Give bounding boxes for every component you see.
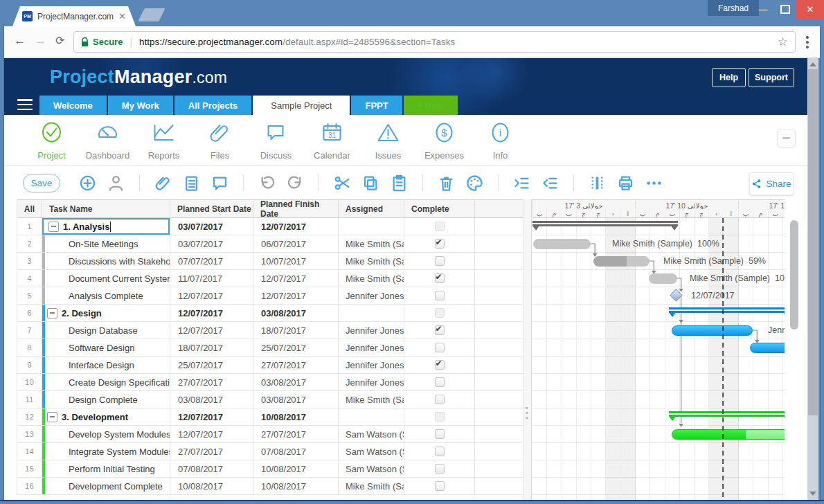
person-icon[interactable] [107, 174, 125, 192]
complete-cell[interactable] [404, 443, 474, 460]
task-bar-green[interactable] [672, 429, 785, 440]
column-header-extra[interactable] [474, 199, 523, 218]
undo-icon[interactable] [258, 174, 276, 192]
task-name-cell[interactable]: Discussions with Stakeholders [42, 253, 170, 270]
nav-tab-my-work[interactable]: My Work [108, 96, 173, 115]
extra-cell[interactable] [474, 339, 523, 357]
extra-cell[interactable] [474, 391, 523, 408]
planned-start-cell[interactable]: 12/07/2017 [170, 408, 253, 426]
address-bar[interactable]: Secure | https://secure.projectmanager.c… [73, 31, 796, 53]
column-header-Task Name[interactable]: Task Name [42, 199, 170, 218]
complete-checkbox[interactable] [435, 222, 445, 231]
ribbon-item-dashboard[interactable]: Dashboard [80, 120, 136, 161]
assigned-cell[interactable]: Mike Smith (Sample) [338, 235, 404, 253]
columns-icon[interactable] [588, 174, 607, 192]
row-number[interactable]: 16 [17, 478, 42, 495]
task-name-cell[interactable]: Design Database [42, 322, 170, 339]
complete-cell[interactable] [404, 253, 474, 270]
grid-gantt-splitter[interactable] [523, 199, 531, 500]
nav-tab-all-projects[interactable]: All Projects [174, 96, 252, 115]
palette-icon[interactable] [465, 174, 484, 192]
extra-cell[interactable] [474, 357, 523, 374]
row-number[interactable]: 15 [17, 460, 42, 478]
collapse-icon[interactable] [47, 412, 57, 422]
planned-start-cell[interactable]: 03/08/2017 [170, 391, 253, 408]
complete-checkbox[interactable] [435, 360, 445, 370]
planned-start-cell[interactable]: 12/07/2017 [170, 305, 253, 322]
complete-cell[interactable] [404, 339, 474, 357]
planned-finish-cell[interactable]: 18/07/2017 [253, 322, 338, 339]
complete-cell[interactable] [404, 357, 474, 374]
app-logo[interactable]: ProjectManager.com [50, 66, 227, 88]
collapse-icon[interactable] [48, 222, 59, 232]
complete-cell[interactable] [404, 478, 474, 495]
help-button[interactable]: Help [712, 68, 746, 87]
notes-icon[interactable] [182, 174, 201, 192]
extra-cell[interactable] [474, 253, 523, 270]
task-name-editor[interactable]: 1. Analysis [42, 218, 170, 235]
assigned-cell[interactable]: Sam Watson (Sample) [338, 443, 404, 460]
planned-start-cell[interactable]: 27/07/2017 [170, 374, 253, 391]
assigned-cell[interactable]: Mike Smith (Sample) [338, 270, 404, 287]
task-bar-gray[interactable] [593, 256, 650, 267]
complete-cell[interactable] [404, 408, 474, 426]
assigned-cell[interactable]: Sam Watson (Sample) [338, 460, 404, 478]
ribbon-item-reports[interactable]: Reports [136, 120, 192, 161]
task-name-cell[interactable]: Develop System Modules [42, 426, 170, 443]
collapse-panel-button[interactable] [777, 129, 796, 147]
column-header-All[interactable]: All [17, 199, 42, 218]
extra-cell[interactable] [474, 305, 523, 322]
planned-start-cell[interactable]: 12/07/2017 [170, 426, 253, 443]
assigned-cell[interactable]: Jennifer Jones [338, 339, 404, 357]
new-tab-button[interactable] [138, 8, 165, 21]
back-icon[interactable]: ← [14, 34, 26, 48]
task-name-cell[interactable]: On-Site Meetings [42, 235, 170, 253]
planned-finish-cell[interactable]: 12/07/2017 [253, 270, 338, 287]
browser-menu-icon[interactable]: ••• [805, 35, 810, 49]
complete-cell[interactable] [404, 287, 474, 305]
row-number[interactable]: 11 [17, 391, 42, 408]
extra-cell[interactable] [474, 460, 523, 478]
complete-cell[interactable] [404, 391, 474, 408]
complete-cell[interactable] [404, 322, 474, 339]
planned-finish-cell[interactable]: 07/08/2017 [253, 443, 338, 460]
extra-cell[interactable] [474, 426, 523, 443]
outdent-icon[interactable] [541, 174, 559, 192]
planned-finish-cell[interactable]: 10/08/2017 [253, 408, 338, 426]
ribbon-item-calendar[interactable]: 31Calendar [304, 120, 360, 161]
complete-cell[interactable] [404, 460, 474, 478]
complete-checkbox[interactable] [435, 464, 445, 474]
task-name-cell[interactable]: Create Design Specifications [42, 374, 170, 391]
ribbon-item-issues[interactable]: Issues [360, 120, 416, 161]
summary-bar-gray[interactable] [532, 221, 678, 226]
task-name-cell[interactable]: 3. Development [42, 408, 170, 426]
planned-start-cell[interactable]: 12/07/2017 [170, 322, 253, 339]
gantt-scrollbar-thumb[interactable] [790, 220, 798, 330]
planned-finish-cell[interactable]: 10/08/2017 [253, 460, 338, 478]
complete-checkbox[interactable] [435, 447, 445, 456]
planned-finish-cell[interactable]: 27/07/2017 [253, 426, 338, 443]
cut-icon[interactable] [333, 174, 352, 192]
row-number[interactable]: 12 [17, 408, 42, 426]
scroll-down-icon[interactable] [809, 492, 816, 496]
row-number[interactable]: 14 [17, 443, 42, 460]
planned-start-cell[interactable]: 11/07/2017 [170, 270, 253, 287]
forward-icon[interactable]: → [35, 34, 46, 48]
column-header-Complete[interactable]: Complete [404, 199, 474, 218]
nav-tab--new[interactable]: + New [404, 96, 458, 115]
assigned-cell[interactable]: Sam Watson (Sample) [338, 426, 404, 443]
planned-start-cell[interactable]: 03/07/2017 [170, 235, 253, 253]
ribbon-item-files[interactable]: Files [192, 120, 248, 161]
save-button[interactable]: Save [23, 174, 60, 192]
extra-cell[interactable] [474, 408, 523, 426]
extra-cell[interactable] [474, 322, 523, 339]
ribbon-item-expenses[interactable]: $Expenses [416, 120, 472, 161]
task-name-cell[interactable]: Design Complete [42, 391, 170, 408]
planned-finish-cell[interactable]: 10/07/2017 [253, 253, 338, 270]
row-number[interactable]: 5 [17, 287, 42, 305]
complete-cell[interactable] [404, 374, 474, 391]
assigned-cell[interactable]: Mike Smith (Sample) [338, 478, 404, 495]
row-number[interactable]: 1 [17, 218, 42, 235]
row-number[interactable]: 4 [17, 270, 42, 287]
complete-checkbox[interactable] [435, 377, 445, 387]
